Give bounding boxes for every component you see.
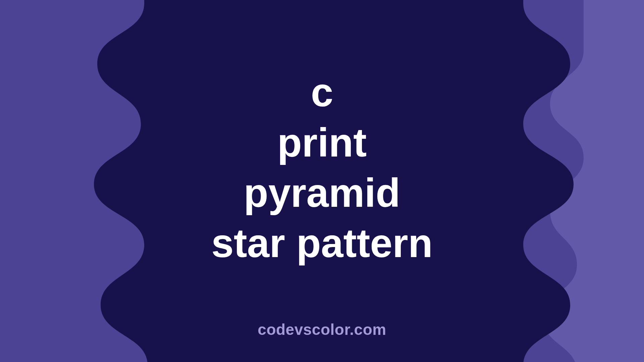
title: c print pyramid star pattern <box>0 67 644 268</box>
title-line-4: star pattern <box>0 218 644 268</box>
watermark: codevscolor.com <box>0 320 644 339</box>
title-line-3: pyramid <box>0 168 644 218</box>
title-line-2: print <box>0 117 644 168</box>
title-line-1: c <box>0 67 644 117</box>
